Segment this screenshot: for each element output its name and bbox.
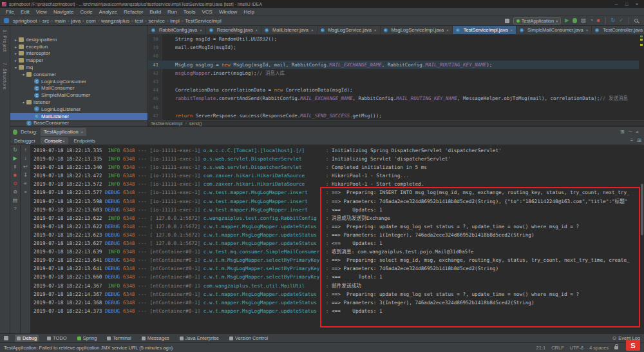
settings-gear-icon[interactable]: ⊞ bbox=[637, 138, 641, 143]
soft-wrap-icon[interactable]: ↩ bbox=[23, 164, 28, 170]
down-stack-trace-icon[interactable]: ↓ bbox=[24, 156, 27, 161]
status-message[interactable]: TestApplication: Failed to retrieve appl… bbox=[4, 345, 173, 351]
restore-layout-icon[interactable]: ▤ bbox=[13, 198, 18, 203]
view-breakpoints-icon[interactable]: ⊙ bbox=[13, 181, 17, 186]
up-stack-trace-icon[interactable]: ↑ bbox=[24, 148, 27, 153]
run-icon[interactable]: ▶ bbox=[565, 18, 569, 23]
menu-build[interactable]: Build bbox=[146, 9, 164, 15]
search-icon[interactable] bbox=[634, 19, 638, 23]
run-config-select[interactable]: TestApplication ▾ bbox=[513, 17, 561, 24]
clear-console-icon[interactable]: × bbox=[24, 190, 27, 195]
debug-view-tab-debugger[interactable]: Debugger bbox=[10, 137, 39, 144]
minimize-button[interactable]: ─ bbox=[611, 2, 621, 6]
breadcrumb-item-service[interactable]: service bbox=[147, 18, 166, 24]
breadcrumb-item-main[interactable]: main bbox=[53, 18, 67, 24]
lock-icon[interactable] bbox=[614, 346, 618, 349]
indent-style[interactable]: 4 spaces bbox=[589, 345, 609, 351]
warning-stripe-mark[interactable] bbox=[640, 39, 643, 41]
git-update-icon[interactable]: ↻ bbox=[611, 18, 616, 23]
coverage-icon[interactable]: ▧ bbox=[581, 18, 586, 23]
menu-help[interactable]: Help bbox=[240, 9, 257, 15]
toolwindow-button-terminal[interactable]: Terminal bbox=[105, 335, 133, 342]
file-encoding[interactable]: UTF-8 bbox=[570, 345, 583, 351]
breadcrumb-item-src[interactable]: src bbox=[41, 18, 51, 24]
editor-tab-testcontroller[interactable]: CTestController.java× bbox=[592, 26, 644, 34]
toolwindow-button-todo[interactable]: TODO bbox=[45, 335, 69, 342]
editor-tab-simplemailconsumer[interactable]: CSimpleMailConsumer.java× bbox=[516, 26, 592, 34]
menu-refactor[interactable]: Refactor bbox=[120, 9, 146, 15]
debug-session-tab[interactable]: TestApplication × bbox=[41, 128, 86, 136]
close-tab-icon[interactable]: × bbox=[586, 28, 589, 32]
tree-item-loginloglistener[interactable]: CLoginLogListener bbox=[10, 106, 147, 113]
tree-item-consumer[interactable]: ▾consumer bbox=[10, 71, 147, 78]
menu-run[interactable]: Run bbox=[164, 9, 180, 15]
hide-icon[interactable]: ─ bbox=[629, 130, 632, 135]
tree-arrow-icon[interactable]: ▸ bbox=[13, 44, 19, 49]
breadcrumb-item-springboot[interactable]: springboot bbox=[12, 18, 38, 24]
editor-tab-rabbitconfig[interactable]: CRabbitConfig.java× bbox=[148, 26, 206, 34]
tree-item-interceptor[interactable]: ▸interceptor bbox=[10, 50, 147, 57]
tree-arrow-icon[interactable]: ▸ bbox=[13, 58, 19, 63]
git-commit-icon[interactable]: ✓ bbox=[619, 18, 623, 23]
breadcrumb-item-testserviceimpl[interactable]: TestServiceImpl bbox=[184, 18, 222, 24]
close-button[interactable]: × bbox=[632, 2, 642, 6]
tree-arrow-icon[interactable]: ▸ bbox=[13, 37, 19, 42]
menu-edit[interactable]: Edit bbox=[17, 9, 33, 15]
menu-navigate[interactable]: Navigate bbox=[50, 9, 77, 15]
maximize-button[interactable]: □ bbox=[621, 2, 632, 6]
toolwindow-button-java-enterprise[interactable]: Java Enterprise bbox=[178, 335, 221, 342]
list-icon[interactable]: ≡ bbox=[630, 138, 634, 143]
editor-tab-resendmsg[interactable]: CResendMsg.java× bbox=[206, 26, 261, 34]
tree-item-baseconsumer[interactable]: CBaseConsumer bbox=[10, 120, 147, 126]
tree-arrow-icon[interactable]: ▾ bbox=[21, 72, 26, 77]
editor-tab-testserviceimpl[interactable]: CTestServiceImpl.java× bbox=[453, 26, 516, 34]
menu-analyze[interactable]: Analyze bbox=[96, 9, 120, 15]
toolwindow-button-messages[interactable]: Messages bbox=[140, 335, 171, 342]
breadcrumb-class[interactable]: TestServiceImpl bbox=[151, 121, 182, 126]
scroll-to-end-icon[interactable]: ↧ bbox=[23, 173, 28, 178]
toolwindow-button-debug[interactable]: Debug bbox=[15, 335, 39, 342]
code-editor[interactable]: 38 String msgId = RandomUtil.UUID32();39… bbox=[148, 35, 639, 120]
breadcrumb-item-impl[interactable]: impl bbox=[169, 18, 181, 24]
debug-bug-icon[interactable] bbox=[573, 18, 577, 23]
toolwindow-button-spring[interactable]: Spring bbox=[75, 335, 99, 342]
editor-tab-msglogserviceimpl[interactable]: CMsgLogServiceImpl.java× bbox=[381, 26, 453, 34]
help-icon[interactable]: ? bbox=[14, 206, 16, 211]
close-tab-icon[interactable]: × bbox=[311, 28, 314, 32]
breadcrumb-item-test[interactable]: test bbox=[133, 18, 144, 24]
tree-item-mapper[interactable]: ▸mapper bbox=[10, 57, 147, 64]
tree-item-designpattern[interactable]: ▸designpattern bbox=[10, 36, 147, 43]
line-separator[interactable]: CRLF bbox=[551, 345, 564, 351]
close-tab-icon[interactable]: × bbox=[374, 28, 377, 32]
tree-arrow-icon[interactable]: ▾ bbox=[21, 100, 26, 104]
tree-item-listener[interactable]: ▾listener bbox=[10, 99, 147, 106]
close-icon[interactable]: × bbox=[636, 130, 639, 135]
tree-item-maillistener[interactable]: CMailListener bbox=[10, 113, 147, 120]
tree-item-mq[interactable]: ▾mq bbox=[10, 64, 147, 71]
toolwindow-button-project[interactable]: 1: Project bbox=[3, 30, 7, 52]
menu-window[interactable]: Window bbox=[216, 9, 240, 15]
console-output[interactable]: 2019-07-18 18:22:13.335 INFO 6348 --- [i… bbox=[31, 146, 639, 333]
layout-icon[interactable]: ⊞ bbox=[620, 130, 625, 135]
menu-vcs[interactable]: VCS bbox=[198, 9, 215, 15]
breadcrumb-item-java[interactable]: java bbox=[70, 18, 82, 24]
menu-view[interactable]: View bbox=[33, 9, 50, 15]
menu-file[interactable]: File bbox=[3, 9, 17, 15]
tree-item-mailconsumer[interactable]: CMailConsumer bbox=[10, 85, 147, 92]
breadcrumb-item-com[interactable]: com bbox=[84, 18, 97, 24]
build-hammer-icon[interactable] bbox=[505, 19, 509, 23]
tree-item-simplemailconsumer[interactable]: CSimpleMailConsumer bbox=[10, 92, 147, 99]
resume-icon[interactable]: ▶ bbox=[13, 156, 17, 161]
tree-arrow-icon[interactable]: ▾ bbox=[13, 65, 19, 70]
tree-arrow-icon[interactable]: ▸ bbox=[13, 51, 19, 55]
editor-tab-maillistener[interactable]: CMailListener.java× bbox=[261, 26, 317, 34]
stop-icon[interactable]: ■ bbox=[14, 173, 17, 178]
close-tab-icon[interactable]: × bbox=[200, 28, 202, 32]
debug-view-tab-console[interactable]: Console ▾ bbox=[41, 137, 68, 144]
pause-icon[interactable]: ‖ bbox=[14, 164, 16, 170]
warning-stripe-mark[interactable] bbox=[640, 44, 643, 46]
menu-tools[interactable]: Tools bbox=[180, 9, 199, 15]
tree-item-exception[interactable]: ▸exception bbox=[10, 43, 147, 50]
toolwindow-button-version-control[interactable]: Version Control bbox=[227, 335, 270, 342]
editor-tab-msglogservice[interactable]: CMsgLogService.java× bbox=[317, 26, 381, 34]
